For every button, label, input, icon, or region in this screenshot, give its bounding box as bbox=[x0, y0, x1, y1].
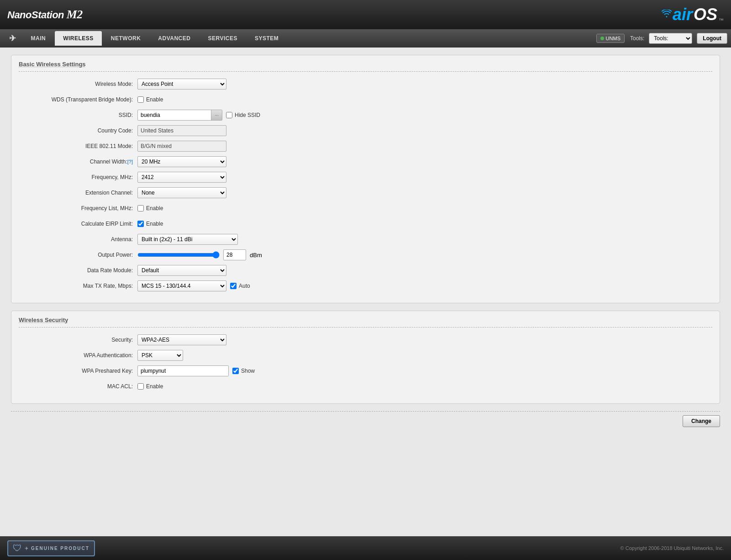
wireless-security-section: Wireless Security Security: None WEP WPA… bbox=[11, 311, 720, 404]
ssid-browse-button[interactable]: ··· bbox=[211, 110, 222, 120]
channel-width-select[interactable]: 20 MHz 40 MHz bbox=[137, 156, 226, 167]
security-section-title: Wireless Security bbox=[19, 317, 712, 328]
max-tx-control: MCS 15 - 130/144.4 MCS 14 MCS 13 Auto bbox=[137, 280, 712, 291]
tab-main[interactable]: MAIN bbox=[23, 31, 54, 46]
hide-ssid-checkbox[interactable] bbox=[226, 112, 232, 118]
wpa-show-wrap: Show bbox=[232, 368, 255, 374]
os-text: OS bbox=[694, 6, 717, 23]
ssid-input-wrap: ··· bbox=[137, 110, 222, 121]
mac-acl-row: MAC ACL: Enable bbox=[19, 380, 712, 392]
air-text: air bbox=[673, 6, 693, 23]
ssid-row: SSID: ··· Hide SSID bbox=[19, 109, 712, 121]
wds-checkbox[interactable] bbox=[137, 96, 144, 103]
security-select[interactable]: None WEP WPA-AES WPA2-AES WPA-TKIP bbox=[137, 334, 226, 345]
security-control: None WEP WPA-AES WPA2-AES WPA-TKIP bbox=[137, 334, 712, 345]
wds-row: WDS (Transparent Bridge Mode): Enable bbox=[19, 94, 712, 106]
frequency-select[interactable]: 2412 2417 2422 2427 2432 2437 2442 2447 … bbox=[137, 172, 226, 183]
max-tx-auto-checkbox[interactable] bbox=[230, 283, 237, 289]
device-logo: NanoStation M2 bbox=[7, 8, 83, 21]
tab-wireless[interactable]: WIRELESS bbox=[55, 31, 102, 46]
ssid-control: ··· Hide SSID bbox=[137, 110, 712, 121]
tab-network[interactable]: NETWORK bbox=[103, 31, 149, 46]
eirp-checkbox[interactable] bbox=[137, 221, 144, 227]
footer: 🛡 ✈ GENUINE PRODUCT © Copyright 2006-201… bbox=[0, 536, 731, 560]
wpa-show-checkbox[interactable] bbox=[232, 368, 239, 374]
freq-list-checkbox[interactable] bbox=[137, 205, 144, 211]
header: NanoStation M2 air OS ™ bbox=[0, 0, 731, 29]
trademark-text: ™ bbox=[719, 17, 724, 23]
wifi-icon bbox=[662, 10, 672, 19]
eirp-row: Calculate EIRP Limit: Enable bbox=[19, 218, 712, 230]
main-content: Basic Wireless Settings Wireless Mode: A… bbox=[0, 48, 731, 536]
eirp-checkbox-wrap: Enable bbox=[137, 221, 163, 227]
change-button[interactable]: Change bbox=[683, 415, 720, 427]
wpa-show-label[interactable]: Show bbox=[241, 368, 255, 374]
change-row: Change bbox=[11, 411, 720, 431]
max-tx-label: Max TX Rate, Mbps: bbox=[19, 283, 137, 289]
output-power-slider-wrap: dBm bbox=[137, 249, 262, 260]
freq-list-enable-label[interactable]: Enable bbox=[146, 205, 163, 211]
mac-acl-enable-label[interactable]: Enable bbox=[146, 383, 163, 390]
tab-ubnt[interactable]: ✈ bbox=[4, 31, 22, 46]
tools-label: Tools: bbox=[630, 35, 644, 42]
extension-channel-select[interactable]: None Upper Lower bbox=[137, 187, 226, 198]
max-tx-select[interactable]: MCS 15 - 130/144.4 MCS 14 MCS 13 bbox=[137, 280, 226, 291]
output-power-slider[interactable] bbox=[137, 251, 220, 259]
wpa-auth-label: WPA Authentication: bbox=[19, 352, 137, 359]
shield-icon: 🛡 bbox=[13, 543, 22, 554]
tools-select[interactable]: Tools: Ping Traceroute Nslookup Speed Te… bbox=[649, 33, 692, 44]
eirp-control: Enable bbox=[137, 221, 712, 227]
extension-channel-label: Extension Channel: bbox=[19, 190, 137, 196]
ssid-input[interactable] bbox=[138, 110, 211, 120]
wifi-signal-icon bbox=[662, 10, 672, 18]
output-power-control: dBm bbox=[137, 249, 712, 260]
freq-list-row: Frequency List, MHz: Enable bbox=[19, 202, 712, 214]
wpa-key-input[interactable] bbox=[137, 365, 229, 376]
data-rate-label: Data Rate Module: bbox=[19, 267, 137, 274]
antenna-row: Antenna: Built in (2x2) - 11 dBi Externa… bbox=[19, 233, 712, 245]
wds-checkbox-wrap: Enable bbox=[137, 96, 163, 103]
extension-channel-control: None Upper Lower bbox=[137, 187, 712, 198]
mac-acl-checkbox-wrap: Enable bbox=[137, 383, 163, 390]
wireless-mode-select[interactable]: Access Point Station Access Point WDS St… bbox=[137, 79, 226, 90]
copyright-text: © Copyright 2006-2018 Ubiquiti Networks,… bbox=[621, 545, 724, 551]
eirp-label: Calculate EIRP Limit: bbox=[19, 221, 137, 227]
mac-acl-checkbox[interactable] bbox=[137, 383, 144, 390]
wpa-auth-row: WPA Authentication: PSK EAP bbox=[19, 349, 712, 361]
max-tx-auto-label[interactable]: Auto bbox=[239, 283, 250, 289]
unms-button[interactable]: UNMS bbox=[596, 34, 625, 43]
data-rate-control: Default Custom bbox=[137, 265, 712, 276]
antenna-control: Built in (2x2) - 11 dBi External bbox=[137, 234, 712, 245]
logout-button[interactable]: Logout bbox=[697, 33, 727, 44]
data-rate-select[interactable]: Default Custom bbox=[137, 265, 226, 276]
channel-width-help-link[interactable]: [?] bbox=[127, 159, 133, 164]
output-power-label: Output Power: bbox=[19, 252, 137, 258]
tab-system[interactable]: SYSTEM bbox=[247, 31, 287, 46]
basic-section-title: Basic Wireless Settings bbox=[19, 61, 712, 72]
max-tx-auto-wrap: Auto bbox=[230, 283, 250, 289]
wpa-auth-select[interactable]: PSK EAP bbox=[137, 350, 183, 361]
eirp-enable-label[interactable]: Enable bbox=[146, 221, 163, 227]
extension-channel-row: Extension Channel: None Upper Lower bbox=[19, 187, 712, 199]
nav-bar: ✈ MAIN WIRELESS NETWORK ADVANCED SERVICE… bbox=[0, 29, 731, 48]
output-power-unit: dBm bbox=[250, 252, 262, 259]
channel-width-label: Channel Width:[?] bbox=[19, 158, 137, 165]
security-label: Security: bbox=[19, 337, 137, 343]
wds-control: Enable bbox=[137, 96, 712, 103]
basic-wireless-section: Basic Wireless Settings Wireless Mode: A… bbox=[11, 55, 720, 303]
country-code-input bbox=[137, 125, 226, 136]
tab-services[interactable]: SERVICES bbox=[200, 31, 245, 46]
wds-enable-label[interactable]: Enable bbox=[146, 96, 163, 103]
output-power-input[interactable] bbox=[223, 249, 246, 260]
hide-ssid-label[interactable]: Hide SSID bbox=[235, 112, 260, 118]
ieee-mode-row: IEEE 802.11 Mode: bbox=[19, 140, 712, 152]
antenna-select[interactable]: Built in (2x2) - 11 dBi External bbox=[137, 234, 238, 245]
tab-advanced[interactable]: ADVANCED bbox=[150, 31, 199, 46]
genuine-text: GENUINE PRODUCT bbox=[31, 546, 89, 551]
freq-list-label: Frequency List, MHz: bbox=[19, 205, 137, 211]
genuine-icon: ✈ bbox=[25, 546, 28, 551]
channel-width-control: 20 MHz 40 MHz bbox=[137, 156, 712, 167]
freq-list-control: Enable bbox=[137, 205, 712, 211]
wpa-key-row: WPA Preshared Key: Show bbox=[19, 365, 712, 377]
ieee-mode-input bbox=[137, 141, 226, 152]
